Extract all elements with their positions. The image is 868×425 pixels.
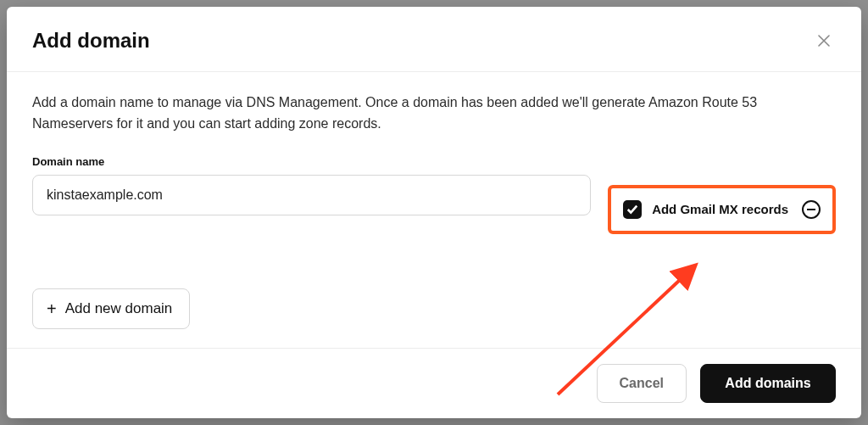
- cancel-label: Cancel: [620, 376, 664, 391]
- checkmark-icon: [626, 204, 638, 215]
- remove-domain-button[interactable]: [802, 200, 821, 219]
- domain-name-label: Domain name: [32, 155, 836, 168]
- modal-footer: Cancel Add domains: [7, 348, 861, 418]
- modal-header: Add domain: [7, 7, 861, 72]
- gmail-mx-highlight-box: Add Gmail MX records: [608, 185, 836, 234]
- gmail-mx-label: Add Gmail MX records: [652, 202, 788, 216]
- close-button[interactable]: [812, 29, 836, 53]
- modal-description: Add a domain name to manage via DNS Mana…: [32, 92, 836, 135]
- close-icon: [818, 35, 830, 47]
- gmail-mx-checkbox[interactable]: [623, 200, 642, 219]
- add-new-domain-label: Add new domain: [65, 300, 173, 317]
- cancel-button[interactable]: Cancel: [597, 364, 687, 403]
- plus-icon: +: [47, 300, 57, 317]
- domain-name-input[interactable]: [32, 175, 591, 215]
- add-domain-modal: Add domain Add a domain name to manage v…: [7, 7, 861, 418]
- add-domains-label: Add domains: [725, 376, 810, 391]
- modal-body: Add a domain name to manage via DNS Mana…: [7, 72, 861, 348]
- add-domains-button[interactable]: Add domains: [700, 364, 836, 403]
- minus-icon: [807, 209, 815, 210]
- domain-row: Add Gmail MX records: [32, 175, 836, 234]
- add-new-domain-button[interactable]: + Add new domain: [32, 288, 190, 329]
- modal-title: Add domain: [32, 29, 150, 53]
